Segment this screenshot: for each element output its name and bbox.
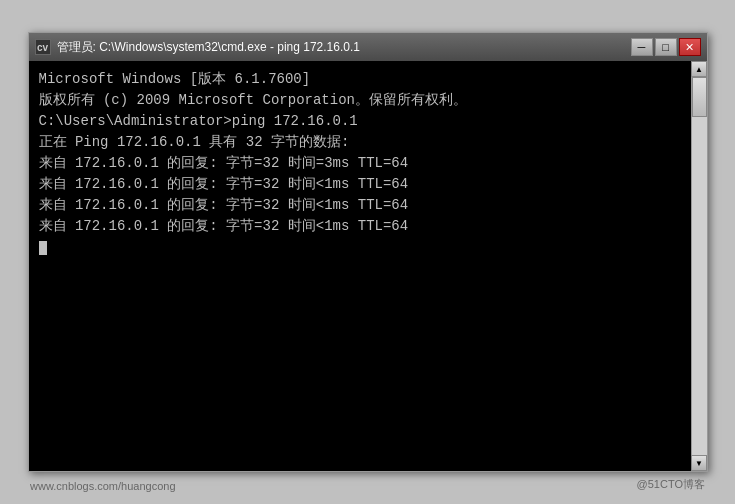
cursor	[39, 241, 47, 255]
title-bar-left: cv 管理员: C:\Windows\system32\cmd.exe - pi…	[35, 39, 360, 56]
watermark-left: www.cnblogs.com/huangcong	[30, 480, 176, 492]
terminal-line: 来自 172.16.0.1 的回复: 字节=32 时间<1ms TTL=64	[39, 174, 681, 195]
scrollbar-thumb[interactable]	[692, 77, 707, 117]
window-title: 管理员: C:\Windows\system32\cmd.exe - ping …	[57, 39, 360, 56]
cmd-window: cv 管理员: C:\Windows\system32\cmd.exe - pi…	[28, 32, 708, 472]
maximize-button[interactable]: □	[655, 38, 677, 56]
title-bar: cv 管理员: C:\Windows\system32\cmd.exe - pi…	[29, 33, 707, 61]
terminal-line: 来自 172.16.0.1 的回复: 字节=32 时间<1ms TTL=64	[39, 216, 681, 237]
terminal-line: 来自 172.16.0.1 的回复: 字节=32 时间=3ms TTL=64	[39, 153, 681, 174]
terminal-output[interactable]: Microsoft Windows [版本 6.1.7600]版权所有 (c) …	[29, 61, 691, 471]
cmd-icon: cv	[35, 39, 51, 55]
terminal-line: C:\Users\Administrator>ping 172.16.0.1	[39, 111, 681, 132]
title-bar-buttons: ─ □ ✕	[631, 38, 701, 56]
scroll-up-button[interactable]: ▲	[691, 61, 707, 77]
scrollbar[interactable]: ▲ ▼	[691, 61, 707, 471]
close-button[interactable]: ✕	[679, 38, 701, 56]
window-body: Microsoft Windows [版本 6.1.7600]版权所有 (c) …	[29, 61, 707, 471]
terminal-line: 来自 172.16.0.1 的回复: 字节=32 时间<1ms TTL=64	[39, 195, 681, 216]
scrollbar-track[interactable]	[692, 77, 707, 455]
page-wrapper: cv 管理员: C:\Windows\system32\cmd.exe - pi…	[0, 0, 735, 504]
terminal-line	[39, 237, 681, 258]
terminal-line: 正在 Ping 172.16.0.1 具有 32 字节的数据:	[39, 132, 681, 153]
terminal-line: Microsoft Windows [版本 6.1.7600]	[39, 69, 681, 90]
scroll-down-button[interactable]: ▼	[691, 455, 707, 471]
watermark-right: @51CTO博客	[637, 477, 705, 492]
minimize-button[interactable]: ─	[631, 38, 653, 56]
terminal-line: 版权所有 (c) 2009 Microsoft Corporation。保留所有…	[39, 90, 681, 111]
